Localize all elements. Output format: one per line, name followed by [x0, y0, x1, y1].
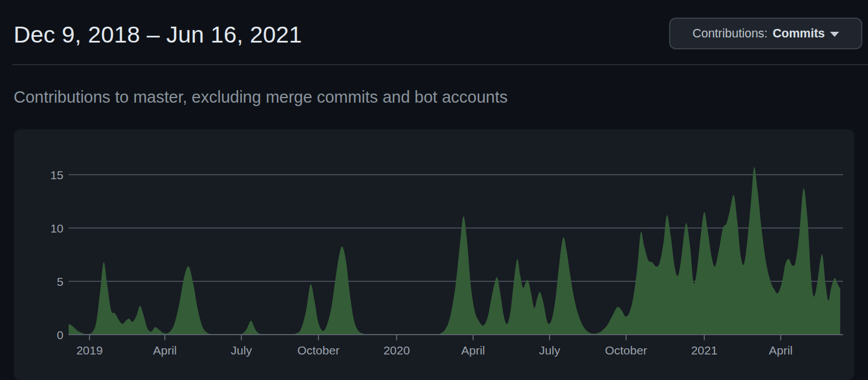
x-tick-label: April: [769, 344, 793, 357]
caret-down-icon: [830, 32, 839, 37]
x-tick-label: 2019: [76, 344, 103, 357]
commits-area-series: [69, 167, 840, 335]
y-tick-label: 10: [50, 222, 63, 235]
page-title: Dec 9, 2018 – Jun 16, 2021: [14, 22, 302, 48]
x-tick-label: April: [461, 344, 485, 357]
x-tick-label: 2021: [691, 344, 718, 357]
x-tick-label: July: [231, 344, 252, 357]
x-tick-label: October: [605, 344, 648, 357]
contributions-dropdown-button[interactable]: Contributions: Commits: [669, 18, 862, 49]
header-divider: [12, 64, 868, 65]
y-tick-label: 15: [50, 168, 63, 181]
y-tick-label: 5: [57, 275, 63, 288]
x-tick-label: July: [539, 344, 560, 357]
x-tick-label: October: [297, 344, 340, 357]
dropdown-selected-value: Commits: [773, 27, 825, 41]
chart-subtitle: Contributions to master, excluding merge…: [14, 88, 508, 107]
dropdown-label: Contributions:: [692, 27, 768, 41]
x-tick-label: 2020: [384, 344, 410, 357]
y-tick-label: 0: [57, 328, 63, 341]
contributions-area-chart[interactable]: 0510152019AprilJulyOctober2020AprilJulyO…: [14, 129, 854, 380]
x-tick-label: April: [153, 344, 177, 357]
chart-card: 0510152019AprilJulyOctober2020AprilJulyO…: [14, 129, 854, 380]
